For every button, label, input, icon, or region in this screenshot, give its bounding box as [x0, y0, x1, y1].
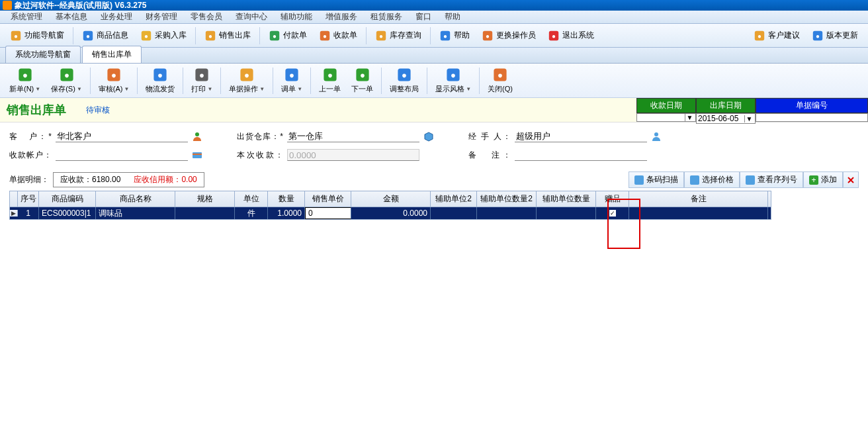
cell[interactable]: [629, 207, 768, 219]
customer-input[interactable]: [56, 130, 188, 142]
col-辅助单位数量2[interactable]: 辅助单位数量2: [477, 191, 537, 207]
close-button[interactable]: ●关闭(Q): [482, 66, 518, 95]
layout-button[interactable]: ●调整布局: [384, 66, 424, 95]
user-icon[interactable]: [651, 131, 662, 142]
dropdown-icon[interactable]: ▼: [35, 86, 40, 92]
cell[interactable]: [477, 207, 537, 219]
cell[interactable]: 1: [18, 207, 39, 219]
menu-财务管理[interactable]: 财务管理: [139, 11, 184, 23]
dropdown-icon[interactable]: ▼: [77, 86, 82, 92]
print-button[interactable]: ●打印▼: [186, 66, 218, 95]
cell[interactable]: [175, 207, 235, 219]
cell[interactable]: 1.0000: [268, 207, 305, 219]
card-icon[interactable]: [192, 150, 202, 160]
approve-button[interactable]: ●审核(A)▼: [93, 66, 135, 95]
col-规格[interactable]: 规格: [175, 191, 235, 207]
col-备注[interactable]: 备注: [629, 191, 768, 207]
home-button[interactable]: ●功能导航窗: [4, 28, 70, 44]
menu-系统管理[interactable]: 系统管理: [4, 11, 49, 23]
menu-基本信息[interactable]: 基本信息: [49, 11, 94, 23]
style-button[interactable]: ●显示风格▼: [430, 66, 476, 95]
button-label: 退出系统: [562, 30, 594, 41]
person-icon[interactable]: [192, 131, 202, 142]
home-icon: ●: [10, 30, 22, 42]
box-icon[interactable]: [423, 131, 434, 142]
tab-系统功能导航窗[interactable]: 系统功能导航窗: [5, 46, 81, 63]
truck-button[interactable]: ●销售出库: [198, 28, 257, 44]
ship-button[interactable]: ●物流发货: [140, 66, 180, 95]
folder-button[interactable]: ●采购入库: [134, 28, 193, 44]
note-button[interactable]: ●客户建议: [748, 28, 806, 44]
help-button[interactable]: ●帮助: [433, 28, 476, 44]
handler-input[interactable]: [515, 130, 647, 142]
add-button[interactable]: ●新单(N)▼: [4, 66, 46, 95]
out-date-input[interactable]: 2015-06-05▼: [696, 113, 756, 124]
col-商品名称[interactable]: 商品名称: [96, 191, 175, 207]
separator: [259, 27, 260, 44]
col-序号[interactable]: 序号: [18, 191, 39, 207]
menu-帮助[interactable]: 帮助: [438, 11, 467, 23]
save-button[interactable]: ●保存(S)▼: [46, 66, 87, 95]
menu-增值服务[interactable]: 增值服务: [319, 11, 364, 23]
dropdown-icon[interactable]: ▼: [297, 86, 302, 92]
menu-业务处理[interactable]: 业务处理: [94, 11, 139, 23]
serial-button[interactable]: 查看序列号: [740, 171, 803, 188]
prev-button[interactable]: ●上一单: [314, 66, 346, 95]
table-row[interactable]: ▶ 1ECS000003|1调味品件1.000000.0000✓: [10, 207, 771, 219]
doc-button[interactable]: ●单据操作▼: [224, 66, 270, 95]
col-数量[interactable]: 数量: [268, 191, 305, 207]
dropdown-icon[interactable]: ▼: [685, 114, 694, 121]
col-金额[interactable]: 金额: [351, 191, 431, 207]
tab-销售出库单[interactable]: 销售出库单: [82, 46, 142, 63]
receive-button[interactable]: ●收款单: [313, 28, 363, 44]
gift-checkbox[interactable]: ✓: [609, 210, 616, 217]
delete-button[interactable]: [843, 171, 859, 188]
col-销售单价[interactable]: 销售单价: [305, 191, 351, 207]
exit-button[interactable]: ●退出系统: [542, 28, 600, 44]
dropdown-icon[interactable]: ▼: [744, 115, 754, 122]
pay-button[interactable]: ●付款单: [263, 28, 313, 44]
barcode-button[interactable]: 条码扫描: [629, 171, 684, 188]
plus-button[interactable]: +添加: [803, 171, 843, 188]
dropdown-icon[interactable]: ▼: [466, 86, 471, 92]
receipt-date-input[interactable]: ▼: [636, 113, 696, 122]
doc-title: 销售出库单: [7, 102, 66, 118]
remark-input[interactable]: [515, 149, 647, 161]
col-赠品[interactable]: 赠品: [596, 191, 629, 207]
cell[interactable]: [537, 207, 596, 219]
cell[interactable]: [431, 207, 477, 219]
account-input[interactable]: [56, 149, 188, 161]
user-button[interactable]: ●更换操作员: [476, 28, 542, 44]
dropdown-icon[interactable]: ▼: [207, 86, 212, 92]
cell[interactable]: 调味品: [96, 207, 175, 219]
menu-辅助功能[interactable]: 辅助功能: [274, 11, 319, 23]
cell[interactable]: 0.0000: [351, 207, 431, 219]
thispay-input[interactable]: [287, 149, 419, 161]
cell[interactable]: ECS000003|1: [39, 207, 96, 219]
next-button[interactable]: ●下一单: [346, 66, 378, 95]
doc-no-input[interactable]: [756, 113, 868, 122]
cell[interactable]: ✓: [596, 207, 629, 219]
grid-button[interactable]: ●商品信息: [76, 28, 134, 44]
menu-零售会员[interactable]: 零售会员: [184, 11, 229, 23]
warehouse-input[interactable]: [287, 130, 419, 142]
svg-text:●: ●: [273, 32, 277, 39]
col-单位[interactable]: 单位: [235, 191, 268, 207]
dropdown-icon[interactable]: ▼: [124, 86, 129, 92]
refresh-button[interactable]: ●版本更新: [806, 28, 864, 44]
dropdown-icon[interactable]: ▼: [259, 86, 265, 92]
svg-rect-54: [746, 175, 755, 185]
col-商品编码[interactable]: 商品编码: [39, 191, 96, 207]
menu-租赁服务[interactable]: 租赁服务: [364, 11, 409, 23]
button-label: 库存查询: [390, 30, 421, 41]
col-辅助单位2[interactable]: 辅助单位2: [431, 191, 477, 207]
cell[interactable]: 0: [305, 207, 351, 219]
button-label: 保存(S): [51, 84, 75, 94]
cell[interactable]: 件: [235, 207, 268, 219]
menu-查询中心[interactable]: 查询中心: [229, 11, 274, 23]
menu-窗口[interactable]: 窗口: [409, 11, 438, 23]
col-辅助单位数量[interactable]: 辅助单位数量: [537, 191, 596, 207]
price-button[interactable]: 选择价格: [684, 171, 740, 188]
fetch-button[interactable]: ●调单▼: [276, 66, 308, 95]
table-button[interactable]: ●库存查询: [369, 28, 427, 44]
